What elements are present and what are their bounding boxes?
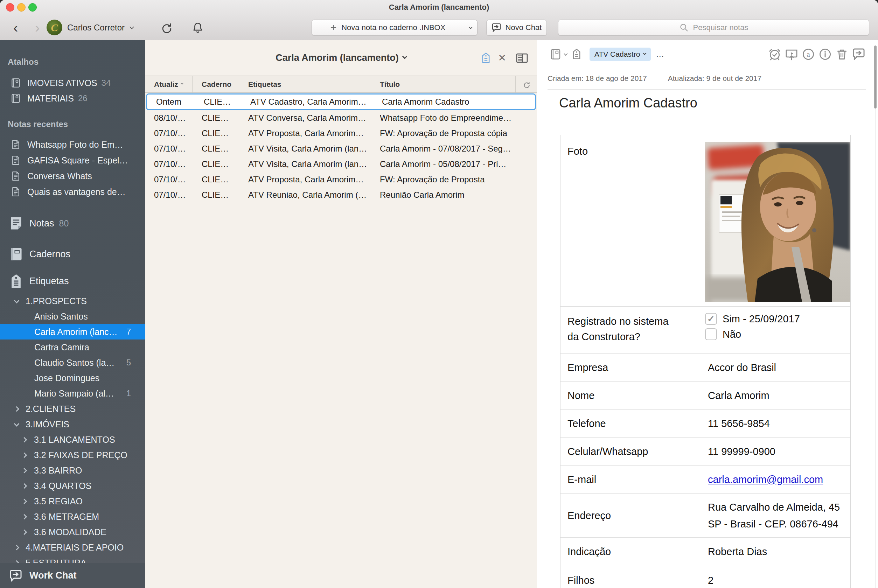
checkbox-nao[interactable]: [705, 328, 717, 340]
work-chat-button[interactable]: Work Chat: [0, 563, 145, 588]
recent-note-item[interactable]: Whatsapp Foto do Em…: [0, 137, 145, 152]
more-tags[interactable]: …: [656, 50, 665, 59]
tag-pill-atv-cadastro[interactable]: ATV Cadastro: [590, 48, 651, 61]
count-badge: 34: [102, 78, 111, 88]
tag-3-4-quartos[interactable]: 3.4 QUARTOS: [0, 478, 145, 494]
reminder-icon[interactable]: [768, 48, 781, 61]
tag-filter-icon[interactable]: [480, 52, 492, 64]
checkbox-sim[interactable]: ✓: [705, 313, 717, 325]
window-title: Carla Amorim (lancamento): [0, 3, 878, 12]
note-row[interactable]: 07/10/… CLIE… ATV Reuniao, Carla Amorim …: [145, 187, 537, 202]
note-row[interactable]: 07/10/… CLIE… ATV Proposta, Carla Amorim…: [145, 126, 537, 141]
new-chat-label: Novo Chat: [506, 23, 542, 32]
column-caderno[interactable]: Caderno: [192, 76, 239, 92]
tag-anisio-santos[interactable]: Anisio Santos: [0, 309, 145, 324]
notifications-button[interactable]: [192, 15, 204, 40]
sort-chevron-icon: [181, 81, 183, 84]
note-list-title-menu[interactable]: Carla Amorim (lancamento): [145, 40, 537, 76]
tag-mario-sampaio[interactable]: Mario Sampaio (al… 1: [0, 386, 145, 401]
field-label: Filhos: [567, 575, 594, 586]
note-row[interactable]: 07/10/… CLIE… ATV Visita, Carla Amorim (…: [145, 141, 537, 156]
note-editor-panel[interactable]: ATV Cadastro … Criada em: 18 de ago de 2…: [537, 40, 878, 588]
scrollbar-thumb[interactable]: [874, 45, 876, 108]
tag-4-materiais-apoio[interactable]: 4.MATERIAIS DE APOIO: [0, 540, 145, 555]
shortcut-materiais[interactable]: MATERIAIS 26: [0, 91, 145, 106]
note-title[interactable]: Carla Amorim Cadastro: [559, 96, 697, 111]
note-row[interactable]: 08/10/… CLIE… ATV Conversa, Carla Amorim…: [145, 110, 537, 126]
tag-jose-domingues[interactable]: Jose Domingues: [0, 370, 145, 386]
share-icon[interactable]: [852, 48, 865, 61]
field-label: Foto: [567, 146, 701, 157]
field-label: Endereço: [567, 510, 611, 522]
note-icon: [11, 139, 21, 150]
field-label: Empresa: [567, 362, 608, 374]
tag-2-clientes[interactable]: 2.CLIENTES: [0, 401, 145, 417]
chevron-down-icon: [469, 26, 473, 29]
note-icon: [11, 171, 21, 181]
window-chrome: Carla Amorim (lancamento) ‹ › C Carlos C…: [0, 0, 878, 40]
chevron-down-icon: [14, 298, 20, 303]
notebook-select-icon[interactable]: [549, 48, 561, 60]
sidebar: Atalhos IMOVEIS ATIVOS 34 MATERIAIS 26 N…: [0, 40, 145, 588]
tag-3-1-lancamentos[interactable]: 3.1 LANCAMENTOS: [0, 432, 145, 447]
tag-3-6-modalidade[interactable]: 3.6 MODALIDADE: [0, 524, 145, 540]
trash-icon[interactable]: [835, 48, 849, 61]
field-label: E-mail: [567, 474, 596, 486]
new-note-dropdown[interactable]: [464, 20, 477, 36]
table-row-foto: Foto: [560, 135, 850, 307]
refresh-column[interactable]: [516, 76, 537, 92]
view-toggle-icon[interactable]: [515, 51, 528, 65]
note-row-selected[interactable]: Ontem CLIE… ATV Cadastro, Carla Amorim… …: [146, 93, 536, 110]
recent-note-item[interactable]: Conversa Whats: [0, 168, 145, 184]
present-icon[interactable]: [785, 48, 798, 61]
note-list-column-header: Atualiz Caderno Etiquetas Título: [145, 76, 537, 93]
back-button[interactable]: ‹: [13, 21, 18, 34]
chevron-down-icon: [643, 51, 647, 55]
refresh-icon: [522, 80, 531, 88]
notebook-icon: [11, 93, 21, 104]
recent-note-item[interactable]: Quais as vantagens de…: [0, 184, 145, 200]
new-note-button[interactable]: + Nova nota no caderno .INBOX: [312, 20, 464, 36]
sidebar-item-cadernos[interactable]: Cadernos: [0, 244, 145, 264]
chevron-right-icon: [22, 498, 27, 504]
titlebar: Carla Amorim (lancamento): [0, 0, 878, 15]
field-label: Nome: [567, 390, 594, 402]
tag-3-imoveis[interactable]: 3.IMÓVEIS: [0, 417, 145, 432]
tag-cartra-camira[interactable]: Cartra Camira: [0, 339, 145, 355]
shortcut-imoveis-ativos[interactable]: IMOVEIS ATIVOS 34: [0, 75, 145, 91]
info-icon[interactable]: [818, 48, 832, 61]
new-chat-button[interactable]: Novo Chat: [486, 20, 547, 36]
clear-filter-icon[interactable]: ✕: [498, 53, 506, 63]
tag-3-2-faixas[interactable]: 3.2 FAIXAS DE PREÇO: [0, 447, 145, 463]
chevron-right-icon: [14, 406, 20, 412]
sidebar-item-notas[interactable]: Notas 80: [0, 213, 145, 233]
tag-3-5-regiao[interactable]: 3.5 REGIAO: [0, 494, 145, 509]
table-row-telefone: Telefone 11 5656-9854: [560, 410, 850, 438]
tag-1-prospects[interactable]: 1.PROSPECTS: [0, 293, 145, 309]
recent-note-item[interactable]: GAFISA Square - Espel…: [0, 153, 145, 168]
sync-button[interactable]: [161, 15, 172, 40]
annotate-icon[interactable]: [802, 48, 815, 61]
tag-3-3-bairro[interactable]: 3.3 BAIRRO: [0, 463, 145, 478]
search-input[interactable]: Pesquisar notas: [558, 20, 869, 36]
forward-button[interactable]: ›: [35, 21, 39, 34]
chevron-right-icon: [22, 468, 27, 473]
note-row[interactable]: 07/10/… CLIE… ATV Visita, Carla Amorim (…: [145, 156, 537, 172]
chevron-down-icon: [402, 54, 407, 59]
avatar: C: [47, 20, 62, 35]
email-link[interactable]: carla.amorim@gmail.com: [708, 474, 823, 486]
column-etiquetas[interactable]: Etiquetas: [239, 76, 370, 92]
tag-carla-amorim[interactable]: Carla Amorim (lanc… 7: [0, 324, 145, 339]
field-value: Carla Amorim: [708, 390, 770, 402]
account-menu[interactable]: C Carlos Corretor: [47, 15, 134, 40]
note-row[interactable]: 07/10/… CLIE… ATV Proposta, Carla Amorim…: [145, 172, 537, 187]
column-atualiz[interactable]: Atualiz: [145, 76, 192, 92]
chevron-right-icon: [14, 544, 20, 550]
add-tag-icon[interactable]: [570, 48, 582, 60]
tag-claudio-santos[interactable]: Claudio Santos (la… 5: [0, 355, 145, 370]
tag-3-6-metragem[interactable]: 3.6 METRAGEM: [0, 509, 145, 524]
sidebar-item-etiquetas[interactable]: Etiquetas: [0, 271, 145, 291]
field-label: da Construtora?: [567, 329, 701, 344]
field-label: Telefone: [567, 418, 606, 429]
column-titulo[interactable]: Título: [370, 76, 516, 92]
